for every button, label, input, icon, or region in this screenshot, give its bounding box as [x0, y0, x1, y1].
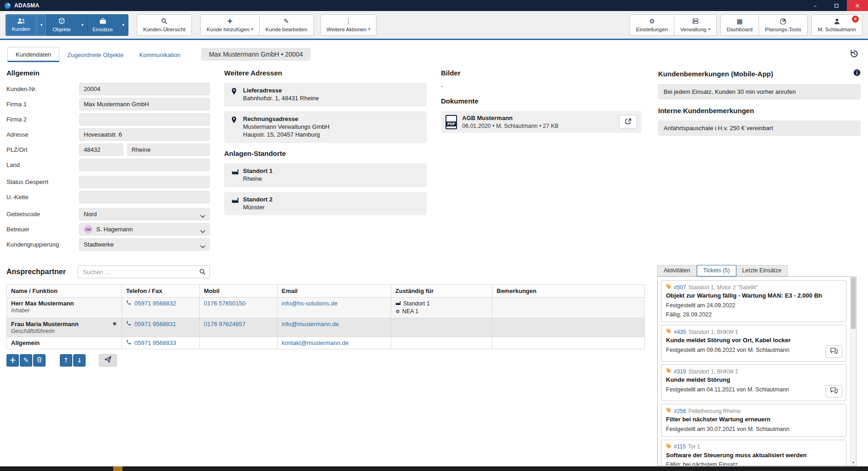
email-link[interactable]: kontakt@mustermann.de: [282, 339, 348, 346]
scrollbar-thumb[interactable]: [851, 277, 856, 329]
tab-zugeordnete-objekte[interactable]: Zugeordnete Objekte: [59, 48, 131, 61]
kundengruppierung-select[interactable]: Stadtwerke: [79, 238, 210, 251]
send-message-button[interactable]: [99, 354, 117, 367]
land-field[interactable]: [79, 159, 210, 171]
ticket-chat-button[interactable]: [826, 385, 842, 397]
mobile-link[interactable]: 0176 97624857: [204, 321, 245, 327]
ticket-card[interactable]: #507 Standort 1, Motor 2 "Satellit" Obje…: [661, 280, 846, 322]
kunden-button[interactable]: Kunden: [6, 14, 36, 36]
close-button[interactable]: ×: [847, 0, 868, 11]
tab-aktivitaeten[interactable]: Aktivitäten: [657, 265, 697, 276]
scroll-down-arrow[interactable]: ▾: [851, 461, 856, 465]
contact-row[interactable]: ★ Frau Maria Mustermann Geschäftsführeri…: [7, 318, 645, 337]
kunde-hinzufuegen-label: Kunde hinzufügen: [207, 27, 249, 32]
contact-name: Herr Max Mustermann: [11, 300, 117, 307]
edit-contact-button[interactable]: ✎: [20, 354, 32, 367]
objekte-dropdown-button[interactable]: ▾: [77, 14, 87, 36]
betreuer-select[interactable]: SHS. Hagemann: [79, 223, 210, 236]
u-kette-field[interactable]: [79, 191, 210, 203]
titlebar: ADASMA – ×: [0, 0, 868, 11]
ticket-id[interactable]: #435: [674, 329, 686, 335]
plz-field[interactable]: 48432: [79, 144, 123, 156]
kunden-dropdown-button[interactable]: ▾: [36, 14, 46, 36]
map-pin-icon: [231, 88, 237, 97]
ticket-id[interactable]: #319: [674, 368, 686, 375]
ort-field[interactable]: Rheine: [127, 144, 210, 156]
add-contact-button[interactable]: +: [6, 354, 19, 367]
gebietscode-select[interactable]: Nord: [79, 208, 210, 220]
mobile-link[interactable]: 0176 57650150: [204, 300, 245, 307]
einsaetze-dropdown-button[interactable]: ▾: [118, 14, 128, 36]
history-button[interactable]: [848, 47, 861, 62]
standort-card[interactable]: Standort 1 Rheine: [224, 163, 427, 187]
kunde-bearbeiten-label: Kunde bearbeiten: [266, 27, 307, 32]
user-label: M. Schlautmann: [818, 27, 856, 32]
pie-chart-icon: [780, 18, 787, 25]
column-header[interactable]: Name / Funktion: [7, 285, 122, 298]
ticket-id[interactable]: #256: [674, 408, 686, 414]
document-card[interactable]: PDF AGB Mustermann 06.01.2020 • M. Schla…: [441, 111, 642, 133]
status-gesperrt-field[interactable]: [79, 176, 210, 188]
tab-kommunikation[interactable]: Kommunikation: [132, 48, 189, 61]
kunde-actions-group: + Kunde hinzufügen▾ ✎ Kunde bearbeiten: [200, 14, 314, 36]
planungs-tools-button[interactable]: Planungs-Tools: [759, 14, 808, 36]
chevron-down-icon: ▾: [708, 28, 710, 31]
verwaltung-button[interactable]: Verwaltung▾: [674, 14, 717, 36]
contact-row[interactable]: Herr Max Mustermann Inhaber 05971 956883…: [7, 298, 645, 318]
info-icon[interactable]: [853, 69, 861, 78]
move-up-button[interactable]: ↑: [60, 354, 72, 367]
tab-tickets[interactable]: Tickets (5): [697, 265, 736, 276]
contact-search-input[interactable]: [78, 265, 210, 278]
email-link[interactable]: info@mustermann.de: [282, 321, 339, 327]
ticket-card[interactable]: #256 Pelletheizung Rheine Filter bei näc…: [661, 404, 846, 437]
column-header[interactable]: Bemerkungen: [492, 285, 645, 298]
einstellungen-button[interactable]: ⚙ Einstellungen: [630, 14, 674, 36]
dashboard-button[interactable]: ▦ Dashboard: [720, 14, 759, 36]
ticket-id[interactable]: #507: [674, 284, 686, 291]
address-title: Rechnungsadresse: [243, 115, 421, 122]
column-header[interactable]: Mobil: [200, 285, 278, 298]
einsaetze-button[interactable]: Einsätze: [87, 14, 118, 36]
minimize-button[interactable]: –: [804, 0, 826, 11]
ticket-id[interactable]: #115: [674, 443, 686, 450]
move-down-button[interactable]: ↓: [73, 354, 86, 367]
mobile-remark-box[interactable]: Bei jedem Einsatz, Kunden 30 min vorher …: [658, 84, 861, 99]
standort-card[interactable]: Standort 2 Münster: [224, 192, 427, 216]
document-meta: 06.01.2020 • M. Schlautmann • 27 KB: [462, 123, 619, 129]
rechnungsadresse-card[interactable]: Rechnungsadresse Mustermann Verwaltungs …: [224, 111, 427, 143]
ticket-card[interactable]: #435 Standort 1, BHKW 1 Kunde meldet Stö…: [661, 325, 846, 362]
objekte-button[interactable]: Objekte: [46, 14, 77, 36]
activity-panel: Aktivitäten Tickets (5) Letzte Einsätze …: [657, 265, 856, 466]
delete-contact-button[interactable]: [33, 354, 46, 367]
kunde-hinzufuegen-button[interactable]: + Kunde hinzufügen▾: [200, 14, 260, 36]
firma1-field[interactable]: Max Mustermann GmbH: [79, 98, 210, 110]
column-header[interactable]: Zuständig für: [391, 285, 492, 298]
kunde-bearbeiten-button[interactable]: ✎ Kunde bearbeiten: [260, 14, 314, 36]
scrollbar[interactable]: ▾: [850, 277, 856, 465]
firma2-field[interactable]: [79, 113, 210, 126]
email-link[interactable]: info@hs-solutions.de: [282, 300, 338, 307]
tab-kundendaten[interactable]: Kundendaten: [7, 47, 59, 62]
kunden-uebersicht-button[interactable]: Kunden-Übersicht: [137, 14, 192, 36]
maximize-button[interactable]: [826, 0, 847, 11]
kunden-nr-field[interactable]: 20004: [79, 83, 210, 95]
weitere-aktionen-button[interactable]: ⋮ Weitere Aktionen▾: [320, 14, 377, 36]
factory-icon: [231, 168, 239, 177]
ticket-card[interactable]: #319 Standort 1, BHKW 1 Kunde meldet Stö…: [661, 364, 846, 401]
phone-link[interactable]: 05971 9568832: [134, 300, 176, 307]
intern-remark-box[interactable]: Anfahrtspauschale i.H.v. 250 € vereinbar…: [658, 121, 861, 136]
phone-link[interactable]: 05971 9568833: [134, 339, 176, 346]
column-header[interactable]: Telefon / Fax: [122, 285, 200, 298]
contact-row[interactable]: Allgemein 05971 9568833 kontakt@musterma…: [7, 337, 645, 349]
user-menu-button[interactable]: 9 M. Schlautmann: [811, 14, 862, 36]
column-header[interactable]: Email: [278, 285, 391, 298]
tab-letzte-einsaetze[interactable]: Letzte Einsätze: [736, 265, 788, 276]
toolbar: Kunden ▾ Objekte ▾ Einsätze ▾: [0, 11, 868, 40]
phone-link[interactable]: 05971 9568831: [134, 321, 176, 327]
ticket-card[interactable]: #115 Tor 1 Software der Steuerung muss a…: [661, 440, 846, 466]
ticket-chat-button[interactable]: [826, 345, 842, 358]
open-document-button[interactable]: [619, 115, 637, 129]
dashboard-group: ▦ Dashboard Planungs-Tools: [720, 14, 808, 36]
lieferadresse-card[interactable]: Lieferadresse Bahnhofstr. 1, 48431 Rhein…: [224, 83, 427, 107]
adresse-field[interactable]: Hovesaatstr. 6: [79, 128, 210, 141]
